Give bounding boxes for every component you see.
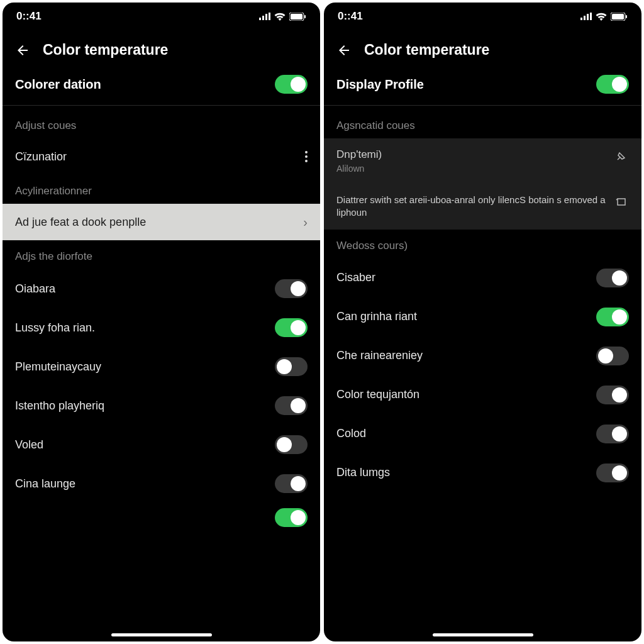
row-highlight[interactable]: Ad jue feat a dook penplle › (3, 204, 320, 240)
phone-left: 0::41 Color temperature Colorer dation A… (3, 3, 320, 641)
toggle-row-cangrinha[interactable]: Can grinha riant (324, 297, 641, 336)
toggle-row-plemut[interactable]: Plemuteinaycauy (3, 347, 320, 386)
status-bar: 0::41 (324, 3, 641, 30)
dimmed-block: Dnp'temi) Alilown Diattrer swith set are… (324, 138, 641, 230)
home-indicator[interactable] (111, 633, 212, 636)
svg-rect-0 (259, 18, 261, 20)
main-toggle-switch[interactable] (275, 75, 308, 94)
section-wedoss: Wedoss cours) (324, 230, 641, 258)
chevron-right-icon: › (303, 215, 308, 230)
svg-rect-10 (590, 13, 592, 20)
status-right (580, 13, 628, 21)
svg-rect-12 (612, 14, 624, 19)
toggle-row-colod[interactable]: Colod (324, 414, 641, 453)
pin-icon[interactable] (614, 148, 629, 164)
wifi-icon (596, 13, 607, 21)
toggle-switch[interactable] (275, 435, 308, 454)
svg-rect-1 (262, 16, 264, 20)
page-title: Color temperature (364, 42, 489, 58)
toggle-row-dita[interactable]: Dita lumgs (324, 453, 641, 492)
section-adjs: Adjs the diorfote (3, 240, 320, 269)
toggle-row-istentho[interactable]: Istentho playheriq (3, 386, 320, 425)
page-header: Color temperature (3, 30, 320, 75)
toggle-switch[interactable] (596, 347, 629, 365)
status-time: 0::41 (338, 10, 363, 23)
row-label: Istentho playheriq (15, 399, 104, 413)
toggle-switch[interactable] (275, 508, 308, 527)
row-label: Plemuteinaycauy (15, 360, 101, 374)
row-label: Cisaber (336, 271, 375, 284)
box-icon[interactable] (614, 194, 629, 209)
cellular-icon (580, 13, 592, 20)
row-label: Cina launge (15, 477, 75, 491)
page-title: Color temperature (43, 42, 168, 58)
toggle-row-colortequ[interactable]: Color tequjantón (324, 375, 641, 414)
row-label: Color tequjantón (336, 388, 419, 401)
main-toggle-row[interactable]: Colorer dation (3, 75, 320, 106)
row-label: Voled (15, 438, 43, 452)
toggle-switch[interactable] (596, 464, 629, 482)
toggle-switch[interactable] (275, 318, 308, 337)
row-label: Oiabara (15, 282, 55, 296)
row-label: Dita lumgs (336, 466, 390, 479)
row-label: Ad jue feat a dook penplle (15, 216, 146, 229)
battery-icon (289, 13, 306, 21)
wifi-icon (274, 13, 286, 21)
main-toggle-label: Colorer dation (15, 77, 101, 92)
main-toggle-row[interactable]: Display Profile (324, 75, 641, 106)
kebab-icon[interactable] (305, 151, 308, 162)
main-toggle-switch[interactable] (596, 75, 629, 94)
svg-rect-3 (269, 13, 270, 20)
back-button[interactable] (336, 43, 352, 58)
content-right: Display Profile Agsncatid coues Dnp'temi… (324, 75, 641, 641)
toggle-switch[interactable] (275, 396, 308, 415)
toggle-switch[interactable] (275, 474, 308, 493)
home-indicator[interactable] (433, 633, 533, 636)
row-sub: Alilown (336, 164, 606, 174)
row-label: Colod (336, 427, 366, 440)
toggle-row-voled[interactable]: Voled (3, 425, 320, 464)
row-dnptemi[interactable]: Dnp'temi) Alilown (324, 138, 641, 184)
toggle-row-peek[interactable] (3, 503, 320, 527)
section-acyl: Acylinerationner (3, 175, 320, 204)
toggle-row-lussy[interactable]: Lussy foha rian. (3, 308, 320, 347)
status-time: 0::41 (16, 10, 42, 23)
section-agsncatid: Agsncatid coues (324, 106, 641, 138)
svg-rect-13 (626, 15, 627, 18)
row-diattrer[interactable]: Diattrer swith set areii-uboa-anral only… (324, 184, 641, 230)
row-label: Dnp'temi) (336, 148, 606, 161)
row-label: Cïzunatior (15, 150, 67, 164)
toggle-switch[interactable] (596, 386, 629, 404)
row-label: Diattrer swith set areii-uboa-anral only… (336, 194, 606, 219)
main-toggle-label: Display Profile (336, 77, 424, 92)
toggle-row-cheraine[interactable]: Che raineareniey (324, 336, 641, 375)
svg-rect-14 (618, 199, 625, 205)
svg-rect-5 (291, 14, 303, 19)
toggle-switch[interactable] (596, 425, 629, 443)
toggle-switch[interactable] (275, 279, 308, 298)
section-adjust: Adjust coues (3, 106, 320, 138)
toggle-switch[interactable] (596, 269, 629, 287)
page-header: Color temperature (324, 30, 641, 75)
back-button[interactable] (15, 43, 30, 58)
toggle-switch[interactable] (275, 357, 308, 376)
content-left: Colorer dation Adjust coues Cïzunatior A… (3, 75, 320, 641)
svg-rect-2 (265, 14, 267, 20)
row-label (15, 511, 18, 525)
phone-right: 0::41 Color temperature Display Profile … (324, 3, 641, 641)
svg-rect-8 (584, 16, 586, 20)
toggle-switch[interactable] (596, 308, 629, 326)
row-label: Can grinha riant (336, 310, 417, 323)
toggle-row-cisaber[interactable]: Cisaber (324, 258, 641, 297)
row-label: Lussy foha rian. (15, 321, 95, 335)
battery-icon (611, 13, 628, 21)
status-bar: 0::41 (3, 3, 320, 30)
cellular-icon (259, 13, 270, 20)
status-right (259, 13, 306, 21)
row-label: Che raineareniey (336, 349, 423, 362)
toggle-row-cina[interactable]: Cina launge (3, 464, 320, 503)
svg-rect-6 (304, 15, 306, 18)
row-civunatior[interactable]: Cïzunatior (3, 138, 320, 175)
svg-rect-9 (587, 14, 589, 20)
toggle-row-oiabara[interactable]: Oiabara (3, 269, 320, 308)
